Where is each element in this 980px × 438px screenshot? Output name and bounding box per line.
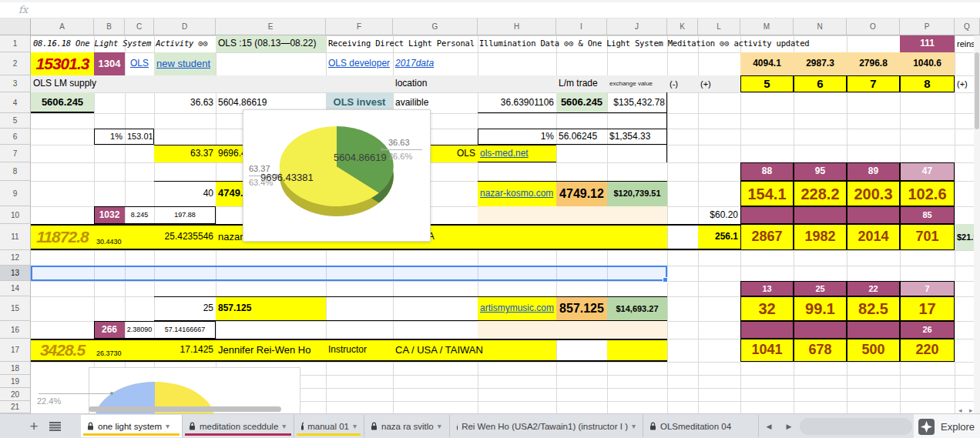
row-header[interactable]: 19 [0, 375, 31, 388]
cell-B16[interactable]: 266 [94, 321, 125, 339]
cell-L11[interactable]: 256.1 [698, 226, 740, 249]
cell-G2-link[interactable]: 2017data [393, 52, 478, 75]
cell-C16[interactable]: 2.38090 [125, 321, 154, 339]
row-header[interactable]: 6 [0, 129, 31, 145]
cell-M17[interactable]: 1041 [740, 339, 794, 362]
row-header[interactable]: 12 [0, 250, 31, 266]
cell-B11[interactable]: 30.4430 [94, 230, 125, 249]
column-header[interactable]: B [94, 18, 125, 35]
cell-A1[interactable]: 08.16.18 One Light System Activity ⊙⊙ [31, 35, 223, 52]
cell-P17[interactable]: 220 [900, 339, 955, 362]
chevron-down-icon[interactable]: ▾ [438, 422, 441, 430]
all-sheets-menu-button[interactable] [48, 421, 62, 432]
cell-B17[interactable]: 26.3730 [94, 343, 125, 360]
column-header[interactable]: A [31, 18, 94, 35]
cell-F2-link[interactable]: OLS developer [326, 52, 393, 75]
cell-E17[interactable]: Jennifer Rei-Wen Ho [216, 340, 326, 360]
cell-A11[interactable]: 11872.8 [31, 226, 94, 249]
cell-O10[interactable] [847, 206, 900, 224]
tab-olsmeditation-04[interactable]: OLSmeditation 04 [643, 415, 759, 437]
cell-D4[interactable]: 36.63 [154, 92, 216, 113]
cell-O16[interactable] [847, 321, 900, 339]
cell-N3[interactable]: 6 [794, 75, 847, 92]
cell-D15[interactable]: 25 [154, 296, 216, 321]
cell-P3[interactable]: 8 [900, 75, 955, 92]
cell-N2[interactable]: 2987.3 [794, 52, 847, 75]
cell-L3[interactable]: (+) [698, 75, 740, 92]
cell-O9[interactable]: 200.3 [847, 181, 900, 206]
tab-one-light-system[interactable]: one light system ▾ [81, 415, 182, 437]
cell-P9[interactable]: 102.6 [900, 181, 955, 206]
cell-N17[interactable]: 678 [794, 339, 847, 362]
cell-J9[interactable]: $120,739.51 [607, 181, 667, 206]
cell-C10[interactable]: 8.245 [125, 206, 154, 224]
cell-A17[interactable]: 3428.5 [31, 340, 94, 360]
column-header[interactable]: E [216, 18, 326, 35]
row-header[interactable]: 13 [0, 266, 31, 281]
cell-G3[interactable]: location [393, 75, 478, 92]
cell-M15[interactable]: 32 [740, 296, 794, 321]
row-header[interactable]: 1 [0, 35, 31, 52]
cell-N9[interactable]: 228.2 [794, 181, 847, 206]
cell-O3[interactable]: 7 [847, 75, 900, 92]
cell-N16[interactable] [794, 321, 847, 339]
column-header[interactable]: P [900, 18, 955, 35]
tab-manual-01[interactable]: manual 01 ▾ [294, 415, 363, 437]
column-header[interactable]: G [393, 18, 478, 35]
cell-D9[interactable]: 40 [154, 181, 216, 206]
cell-D16[interactable]: 57.14166667 [154, 321, 216, 339]
column-header[interactable]: H [478, 18, 556, 35]
cell-A3[interactable]: OLS LM supply [31, 75, 131, 92]
row-header[interactable]: 4 [0, 92, 31, 113]
column-header[interactable]: M [740, 18, 794, 35]
column-header[interactable]: C [125, 18, 154, 35]
cell-O2[interactable]: 2796.8 [847, 52, 900, 75]
cell-H7-link[interactable]: ols-med.net [478, 145, 556, 162]
tab-nav-left-button[interactable]: ◀ [763, 420, 775, 433]
cell-H4[interactable]: 36.63901106 [478, 92, 556, 113]
cell-D10[interactable]: 197.88 [154, 206, 216, 224]
cell-O14[interactable]: 22 [847, 281, 900, 296]
cell-N11[interactable]: 1982 [794, 224, 847, 250]
cell-H15-link[interactable]: artismymusic.com [478, 296, 556, 321]
row-header[interactable]: 14 [0, 281, 31, 296]
cell-I9[interactable]: 4749.12 [556, 181, 607, 206]
cell-A4[interactable]: 5606.245 [31, 92, 94, 113]
cell-O15[interactable]: 82.5 [847, 296, 900, 321]
cell-I4[interactable]: 5606.245 [556, 92, 607, 113]
tab-nav-right-button[interactable]: ▶ [783, 420, 795, 433]
row-header[interactable]: 16 [0, 321, 31, 339]
cell-F17[interactable]: Instructor [326, 340, 393, 360]
row-header[interactable]: 5 [0, 113, 31, 129]
cell-E15[interactable]: 857.125 [216, 296, 326, 321]
cell-D17[interactable]: 17.1425 [154, 340, 216, 360]
row-header[interactable]: 9 [0, 181, 31, 206]
cell-N8[interactable]: 95 [794, 162, 847, 181]
cell-D2-link[interactable]: new student [154, 52, 216, 75]
cell-B2[interactable]: 1304 [94, 52, 125, 75]
cell-P15[interactable]: 17 [900, 296, 955, 321]
cell-P2[interactable]: 1040.6 [900, 52, 955, 75]
tab-rei-wen-ho[interactable]: Rei Wen Ho (USA2/Tawain1) (instructor I … [449, 415, 642, 437]
column-header[interactable]: D [154, 18, 216, 35]
row-header[interactable]: 7 [0, 145, 31, 162]
cell-B6[interactable]: 1% [94, 129, 125, 145]
vertical-scrollbar-thumb[interactable] [975, 52, 979, 129]
column-header[interactable]: L [698, 18, 740, 35]
tab-naza-ra-svitlo[interactable]: naza ra svitlo ▾ [364, 415, 448, 437]
cell-K3[interactable]: (-) [667, 75, 698, 92]
selection-range[interactable] [31, 266, 667, 281]
cell-P11[interactable]: 701 [900, 224, 955, 250]
selection-fill-handle[interactable] [663, 277, 668, 283]
cell-L10[interactable]: $60.20 [698, 206, 740, 224]
cell-J15[interactable]: $14,693.27 [607, 296, 667, 321]
cell-M14[interactable]: 13 [740, 281, 794, 296]
column-header[interactable]: N [794, 18, 847, 35]
cell-H6[interactable]: 1% [478, 129, 556, 145]
row-header[interactable]: 2 [0, 52, 31, 75]
column-header[interactable]: F [326, 18, 393, 35]
cell-D11[interactable]: 25.4235546 [154, 226, 216, 249]
row-header[interactable]: 21 [0, 401, 31, 413]
cell-G17[interactable]: CA / USA / TAIWAN [393, 340, 478, 360]
column-header[interactable]: I [556, 18, 607, 35]
